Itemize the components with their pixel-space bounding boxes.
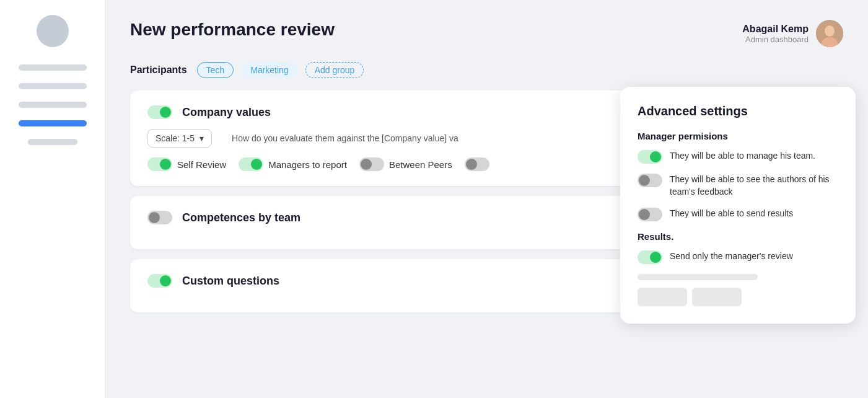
self-review-label: Self Review [177,159,226,170]
footer-bar [638,274,758,280]
toggle-competences[interactable] [147,211,172,224]
toggle-extra[interactable] [465,157,489,171]
sidebar-bar-2 [19,83,87,89]
managers-label: Managers to report [268,159,347,170]
toggle-permission-1[interactable] [638,150,662,164]
toggle-self-review[interactable] [147,157,172,171]
sidebar-avatar [37,15,69,47]
page-title: New performance review [130,20,335,40]
card-title-company-values: Company values [182,106,271,119]
toggle-company-values[interactable] [147,105,172,119]
dropdown-chevron: ▾ [199,133,204,143]
results-section: Results. Send only the manager's review [638,231,838,264]
question-text: How do you evaluate them against the [Co… [232,133,458,143]
peers-label: Between Peers [389,159,452,170]
scale-dropdown[interactable]: Scale: 1-5 ▾ [147,129,212,148]
review-type-managers: Managers to report [239,157,347,171]
user-role: Admin dashboard [742,35,809,44]
card-title-custom-questions: Custom questions [182,275,279,288]
main-content: New performance review Abagail Kemp Admi… [105,0,868,398]
page-header: New performance review Abagail Kemp Admi… [130,20,843,47]
permission-text-3: They will be able to send results [670,208,838,220]
permission-item-2: They will be able to see the authors of … [638,174,838,198]
permission-item-3: They will be able to send results [638,208,838,221]
toggle-results-1[interactable] [638,250,662,264]
toggle-managers[interactable] [239,157,263,171]
participants-row: Participants Tech Marketing Add group [130,62,843,78]
scale-label: Scale: 1-5 [156,133,195,143]
participants-label: Participants [130,64,187,76]
footer-btn-2[interactable] [692,288,742,306]
sidebar-bar-active[interactable] [19,120,87,126]
review-type-peers: Between Peers [359,157,452,171]
toggle-custom-questions[interactable] [147,274,172,288]
tag-add-group[interactable]: Add group [305,62,364,78]
card-title-competences: Competences by team [182,211,300,224]
advanced-title: Advanced settings [638,104,838,118]
footer-btn-1[interactable] [638,288,687,306]
sidebar-bar-5 [28,139,77,145]
tag-tech[interactable]: Tech [197,62,234,78]
sidebar-bar-3 [19,102,87,108]
toggle-peers[interactable] [359,157,384,171]
user-text: Abagail Kemp Admin dashboard [742,24,809,44]
toggle-permission-3[interactable] [638,208,662,221]
results-text-1: Send only the manager's review [670,250,838,263]
results-item-1: Send only the manager's review [638,250,838,264]
permission-text-2: They will be able to see the authors of … [670,174,838,198]
tag-marketing[interactable]: Marketing [241,62,297,78]
advanced-settings-panel: Advanced settings Manager permisions The… [620,87,856,324]
avatar [816,20,843,47]
sidebar [0,0,105,398]
sidebar-bar-1 [19,64,87,71]
manager-permissions-title: Manager permisions [638,131,838,141]
permission-item-1: They will be able to manage his team. [638,150,838,164]
user-name: Abagail Kemp [742,24,809,35]
permission-text-1: They will be able to manage his team. [670,150,838,162]
svg-point-1 [825,25,835,37]
review-type-self: Self Review [147,157,226,171]
results-title: Results. [638,231,838,242]
footer-buttons [638,288,838,306]
toggle-permission-2[interactable] [638,174,662,187]
user-info: Abagail Kemp Admin dashboard [742,20,843,47]
